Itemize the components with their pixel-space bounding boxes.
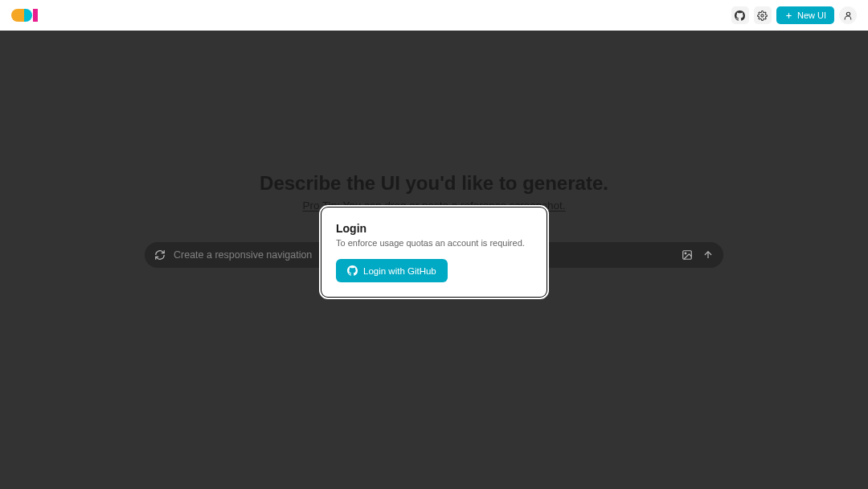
login-modal: Login To enforce usage quotas an account… bbox=[320, 206, 548, 298]
modal-title: Login bbox=[336, 222, 532, 235]
login-button-label: Login with GitHub bbox=[363, 266, 436, 276]
modal-description: To enforce usage quotas an account is re… bbox=[336, 238, 532, 248]
github-icon bbox=[347, 265, 358, 276]
login-github-button[interactable]: Login with GitHub bbox=[336, 259, 448, 282]
